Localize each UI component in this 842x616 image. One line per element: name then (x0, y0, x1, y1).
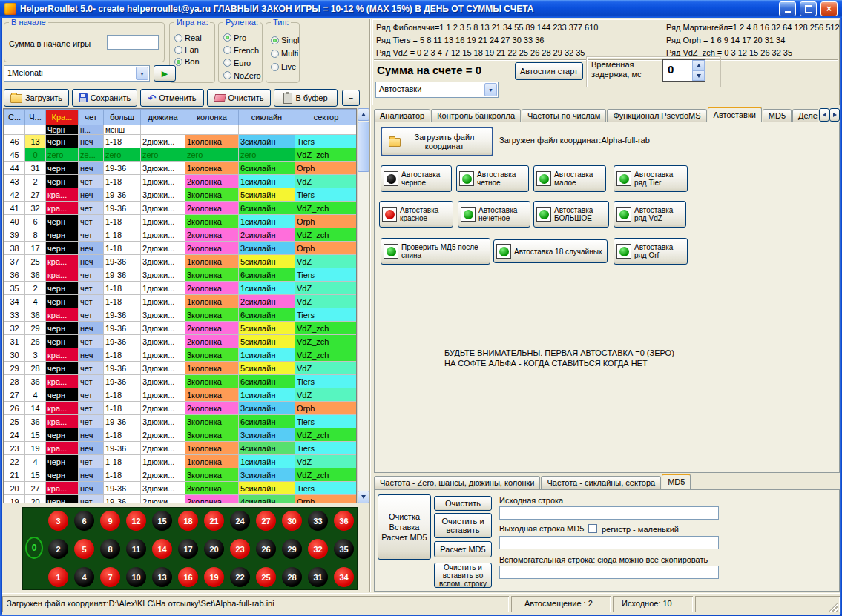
close-button[interactable]: × (820, 1, 838, 16)
board-number[interactable]: 15 (152, 511, 172, 531)
board-number[interactable]: 30 (282, 511, 302, 531)
collapse-button[interactable]: − (342, 90, 360, 106)
col-header-number[interactable]: Ч... (25, 110, 46, 125)
table-row[interactable]: 19 20 черн чет 19-36 2дюжи... 2колонка 4… (4, 495, 358, 504)
table-row[interactable]: 44 31 черн неч 19-36 3дюжи... 1колонка 6… (4, 162, 358, 175)
scroll-down-button[interactable] (358, 491, 369, 503)
radio-option[interactable]: Multi (271, 47, 298, 60)
table-row[interactable]: 42 27 кра... неч 19-36 3дюжи... 3колонка… (4, 188, 358, 202)
table-row[interactable]: 27 4 черн чет 1-18 1дюжи... 1колонка 1си… (4, 388, 358, 402)
table-row[interactable]: 26 14 кра... чет 1-18 2дюжи... 2колонка … (4, 402, 358, 415)
board-number[interactable]: 25 (256, 567, 276, 587)
board-number[interactable]: 4 (74, 567, 94, 587)
radio-option[interactable]: Singl (271, 33, 298, 47)
table-row[interactable]: 28 36 кра... чет 19-36 3дюжи... 3колонка… (4, 375, 358, 388)
load-button[interactable]: Загрузить (4, 89, 69, 107)
minimize-button[interactable] (779, 1, 796, 16)
autobet-vdz-button[interactable]: Автоставка ряд VdZ (614, 201, 686, 228)
spin-up-button[interactable] (692, 60, 705, 70)
undo-button[interactable]: ↶Отменить (140, 89, 204, 107)
tab[interactable]: Частота - Zero, шансы, дюжины, колонки (374, 476, 540, 489)
board-number[interactable]: 18 (178, 511, 198, 531)
board-number[interactable]: 8 (100, 539, 120, 559)
board-number[interactable]: 36 (334, 511, 354, 531)
board-number[interactable]: 28 (282, 567, 302, 587)
table-row[interactable]: 20 27 кра... неч 19-36 3дюжи... 3колонка… (4, 482, 358, 495)
board-number[interactable]: 19 (204, 567, 224, 587)
strategy-select[interactable]: 1Melonati ▼ (4, 65, 150, 82)
md5-clear-button[interactable]: Очистить (434, 496, 492, 511)
radio-option[interactable]: Euro (223, 56, 261, 69)
radio-option[interactable]: Fan (174, 44, 214, 56)
tab[interactable]: Частота - сиклайны, сектора (541, 476, 661, 489)
table-row[interactable]: 21 15 черн неч 1-18 2дюжи... 3колонка 3с… (4, 468, 358, 482)
board-number[interactable]: 26 (256, 539, 276, 559)
source-string-input[interactable] (499, 506, 719, 520)
board-number[interactable]: 27 (256, 511, 276, 531)
table-row[interactable]: 22 4 черн чет 1-18 1дюжи... 1колонка 1си… (4, 455, 358, 468)
table-row[interactable]: 38 17 черн неч 1-18 2дюжи... 2колонка 3с… (4, 242, 358, 255)
tab[interactable]: Анализатор (374, 109, 430, 122)
col-header-dozen[interactable]: дюжина (141, 110, 185, 125)
board-number[interactable]: 17 (178, 539, 198, 559)
board-number[interactable]: 6 (74, 511, 94, 531)
autobet-even-button[interactable]: Автоставка четное (456, 165, 529, 192)
md5-clear-insert-button[interactable]: Очистить и вставить (434, 513, 492, 538)
tab-scroll-left-button[interactable] (819, 108, 829, 122)
start-sum-input[interactable] (107, 35, 159, 50)
board-number[interactable]: 10 (126, 567, 146, 587)
tab[interactable]: Частоты по числам (522, 109, 606, 122)
maximize-button[interactable] (800, 1, 817, 16)
col-header-column[interactable]: колонка (185, 110, 239, 125)
table-row[interactable]: 29 28 черн чет 19-36 3дюжи... 1колонка 5… (4, 362, 358, 375)
board-number[interactable]: 23 (230, 539, 250, 559)
scrollbar-thumb[interactable] (358, 122, 369, 172)
radio-option[interactable]: Real (174, 32, 214, 44)
dropdown-arrow-icon[interactable]: ▼ (484, 83, 497, 96)
board-number[interactable]: 35 (334, 539, 354, 559)
table-row[interactable]: 30 3 кра... неч 1-18 1дюжи... 3колонка 1… (4, 348, 358, 362)
table-row[interactable]: 46 13 черн неч 1-18 2дюжи... 1колонка 3с… (4, 135, 358, 148)
table-row[interactable]: 39 8 черн чет 1-18 1дюжи... 2колонка 2си… (4, 228, 358, 242)
dropdown-arrow-icon[interactable]: ▼ (136, 67, 148, 80)
table-row[interactable]: 36 36 кра... чет 19-36 3дюжи... 3колонка… (4, 268, 358, 282)
clear-insert-calc-md5-button[interactable]: Очистка Вставка Расчет MD5 (378, 494, 431, 560)
delay-value[interactable]: 0 (663, 60, 692, 81)
autobet-odd-button[interactable]: Автоставка нечетное (458, 201, 530, 228)
autobet-orf-button[interactable]: Автоставка ряд Orf (614, 238, 688, 265)
table-row[interactable]: 35 2 черн чет 1-18 1дюжи... 2колонка 1си… (4, 282, 358, 295)
board-number[interactable]: 7 (100, 567, 120, 587)
table-row[interactable]: 37 25 кра... неч 19-36 3дюжи... 1колонка… (4, 255, 358, 268)
col-header-sector[interactable]: сектор (295, 110, 358, 125)
board-number[interactable]: 5 (74, 539, 94, 559)
radio-option[interactable]: Pro (223, 31, 261, 44)
table-row[interactable]: 23 19 кра... неч 19-36 2дюжи... 1колонка… (4, 442, 358, 455)
check-md5-after-spin-button[interactable]: Проверить МД5 после спина (381, 238, 490, 265)
table-row[interactable]: 33 36 кра... чет 19-36 3дюжи... 3колонка… (4, 308, 358, 322)
titlebar[interactable]: HelperRoullet 5.0- create helperroullet@… (0, 0, 842, 18)
autobet-black-button[interactable]: Автоставка черное (381, 165, 452, 192)
table-row[interactable]: 40 6 черн чет 1-18 1дюжи... 3колонка 1си… (4, 215, 358, 228)
tab[interactable]: MD5 (763, 109, 792, 122)
board-number[interactable]: 22 (230, 567, 250, 587)
board-number[interactable]: 29 (282, 539, 302, 559)
autospin-start-button[interactable]: Автоспин старт (515, 62, 583, 80)
board-number[interactable]: 24 (230, 511, 250, 531)
board-number[interactable]: 31 (308, 567, 328, 587)
table-row[interactable]: 32 29 черн неч 19-36 3дюжи... 2колонка 5… (4, 322, 358, 335)
board-number[interactable]: 11 (126, 539, 146, 559)
autobet-tier-button[interactable]: Автоставка ряд Tier (614, 165, 688, 192)
board-number[interactable]: 3 (48, 511, 68, 531)
table-row[interactable]: 43 2 черн чет 1-18 1дюжи... 2колонка 1си… (4, 175, 358, 188)
autobet-low-button[interactable]: Автоставка малое (533, 165, 606, 192)
autobet-high-button[interactable]: Автоставка БОЛЬШОЕ (533, 201, 609, 228)
board-number[interactable]: 13 (152, 567, 172, 587)
md5-calc-button[interactable]: Расчет MD5 (434, 541, 492, 557)
table-row[interactable]: 31 26 черн чет 19-36 3дюжи... 2колонка 5… (4, 335, 358, 348)
board-number[interactable]: 9 (100, 511, 120, 531)
board-number[interactable]: 16 (178, 567, 198, 587)
save-button[interactable]: Сохранить (72, 89, 137, 107)
copy-buffer-button[interactable]: В буфер (274, 89, 338, 107)
output-string-input[interactable] (499, 536, 719, 549)
aux-string-input[interactable] (499, 566, 719, 579)
